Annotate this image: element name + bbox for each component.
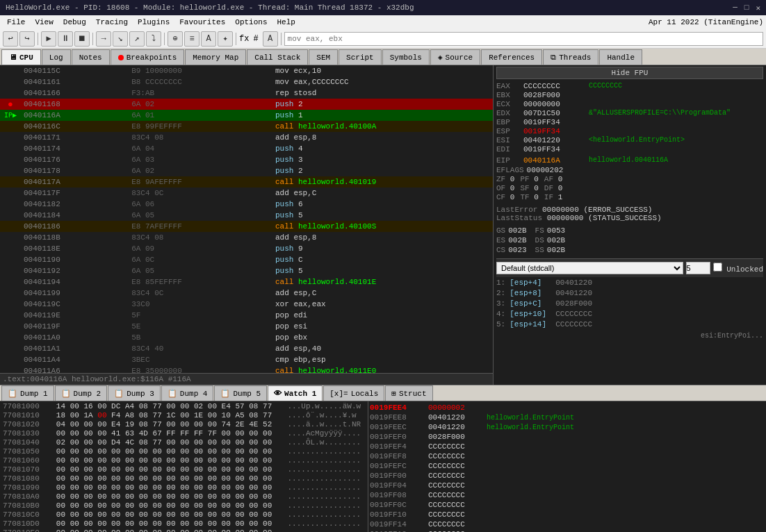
stdcall-args-input[interactable] — [686, 262, 710, 274]
table-row[interactable]: 7708109000 00 00 00 00 00 00 00 00 00 00… — [0, 483, 368, 492]
reg-value-ecx[interactable]: 00000000 — [523, 100, 586, 108]
table-row[interactable]: 0040116CE8 99FEFFFFcall helloworld.40100… — [0, 121, 493, 132]
tab-dump1[interactable]: 📋 Dump 1 — [1, 385, 54, 401]
tab-handle[interactable]: Handle — [599, 49, 642, 65]
menu-file[interactable]: File — [3, 17, 29, 27]
table-row[interactable]: 004011786A 02push 2 — [0, 165, 493, 176]
toolbar-step-out[interactable]: ↗ — [129, 31, 145, 47]
menu-tracing[interactable]: Tracing — [92, 17, 132, 27]
toolbar-redo[interactable]: ↪ — [19, 31, 35, 47]
table-row[interactable]: 770810D000 00 00 00 00 00 00 00 00 00 00… — [0, 519, 368, 528]
tab-source[interactable]: ◈ Source — [430, 49, 480, 65]
table-row[interactable]: 00401161B8 CCCCCCCCmov eax,CCCCCCCC — [0, 76, 493, 88]
toolbar-pause[interactable]: ⏸ — [58, 31, 73, 47]
maximize-button[interactable]: □ — [744, 3, 749, 13]
menu-debug[interactable]: Debug — [59, 17, 90, 27]
toolbar-restart[interactable]: ↩ — [3, 31, 18, 47]
tab-dump5[interactable]: 📋 Dump 5 — [214, 385, 267, 401]
tab-dump3[interactable]: 📋 Dump 3 — [108, 385, 161, 401]
table-row[interactable]: 004011746A 04push 4 — [0, 143, 493, 154]
tab-watch1[interactable]: 👁 Watch 1 — [268, 385, 323, 401]
table-row[interactable]: 004011766A 03push 3 — [0, 154, 493, 165]
toolbar-run-to-cursor[interactable]: ⤵ — [146, 31, 161, 47]
table-row[interactable]: 770810C000 00 00 00 00 00 00 00 00 00 00… — [0, 510, 368, 519]
dump-scroll[interactable]: 7708100014 00 16 00 DC A4 08 77 00 00 02… — [0, 401, 368, 532]
table-row[interactable]: 7708100014 00 16 00 DC A4 08 77 00 00 02… — [0, 401, 368, 410]
table-row[interactable]: 7708101018 00 1A 00 F4 A8 08 77 1C 00 1E… — [0, 410, 368, 419]
table-row[interactable]: 004011846A 05push 5 — [0, 210, 493, 221]
table-row[interactable]: 7708108000 00 00 00 00 00 00 00 00 00 00… — [0, 474, 368, 483]
table-row[interactable]: ●004011686A 02push 2 — [0, 99, 493, 110]
tab-references[interactable]: References — [481, 49, 542, 65]
tab-call-stack[interactable]: Call Stack — [247, 49, 308, 65]
table-row[interactable]: 0040119E5Fpop edi — [0, 310, 493, 321]
table-row[interactable]: 0040119C33C0xor eax,eax — [0, 299, 493, 310]
reg-value-ebx[interactable]: 0028F000 — [523, 91, 586, 99]
table-row[interactable]: 7708104002 00 00 00 D4 4C 08 77 00 00 00… — [0, 438, 368, 447]
reg-value-edi[interactable]: 0019FF34 — [523, 145, 586, 153]
tab-memory-map[interactable]: Memory Map — [185, 49, 246, 65]
table-row[interactable]: 00401166F3:ABrep stosd — [0, 88, 493, 99]
table-row[interactable]: 7708107000 00 00 00 00 00 00 00 00 00 00… — [0, 465, 368, 474]
reg-value-edx[interactable]: 007D1C50 — [523, 109, 586, 117]
table-row[interactable]: 770810A000 00 00 00 00 00 00 00 00 00 00… — [0, 492, 368, 501]
table-row[interactable]: 0040119F5Epop esi — [0, 321, 493, 332]
table-row[interactable]: 0040119983C4 0Cadd esp,C — [0, 288, 493, 299]
reg-value-eax[interactable]: CCCCCCCC — [523, 82, 586, 90]
unlocked-checkbox[interactable] — [713, 263, 722, 272]
table-row[interactable]: 004011926A 05push 5 — [0, 265, 493, 276]
table-row[interactable]: 004011A183C4 40add esp,40 — [0, 343, 493, 354]
tab-threads[interactable]: ⧉ Threads — [543, 49, 598, 65]
table-row[interactable]: 004011906A 0Cpush C — [0, 254, 493, 265]
menu-options[interactable]: Options — [231, 17, 271, 27]
tab-cpu[interactable]: 🖥 CPU — [1, 49, 41, 65]
tab-notes[interactable]: Notes — [72, 49, 110, 65]
toolbar-search[interactable]: A — [263, 31, 278, 47]
minimize-button[interactable]: ─ — [733, 3, 738, 13]
toolbar-step-over[interactable]: ↘ — [113, 31, 128, 47]
table-row[interactable]: 0040117183C4 08add esp,8 — [0, 132, 493, 143]
tab-dump4[interactable]: 📋 Dump 4 — [161, 385, 214, 401]
stack-memory-panel[interactable]: 0019FEE4000000020019FEE800401220hellowor… — [368, 401, 766, 532]
toolbar-step-into[interactable]: → — [96, 31, 111, 47]
table-row[interactable]: 00401186E8 7AFEFFFFcall helloworld.40100… — [0, 221, 493, 232]
tab-symbols[interactable]: Symbols — [382, 49, 430, 65]
table-row[interactable]: 004011A05Bpop ebx — [0, 332, 493, 343]
menu-favourites[interactable]: Favourites — [175, 17, 229, 27]
table-row[interactable]: 7708106000 00 00 00 00 00 00 00 00 00 00… — [0, 456, 368, 465]
table-row[interactable]: 00401194E8 85FEFFFFcall helloworld.40101… — [0, 276, 493, 288]
tab-breakpoints[interactable]: Breakpoints — [111, 49, 185, 65]
toolbar-add-bp[interactable]: ⊕ — [168, 31, 183, 47]
calling-convention-dropdown[interactable]: Default (stdcall) — [496, 262, 683, 274]
tab-dump2[interactable]: 📋 Dump 2 — [55, 385, 108, 401]
table-row[interactable]: 770810E000 00 00 00 00 00 00 00 00 00 00… — [0, 528, 368, 532]
table-row[interactable]: 0040118E6A 09push 9 — [0, 243, 493, 254]
table-row[interactable]: IP▶0040116A6A 01push 1 — [0, 110, 493, 121]
tab-sem[interactable]: SEM — [309, 49, 338, 65]
toolbar-stop[interactable]: ⏹ — [74, 31, 90, 47]
menu-view[interactable]: View — [31, 17, 57, 27]
menu-plugins[interactable]: Plugins — [133, 17, 174, 27]
close-button[interactable]: ✕ — [756, 3, 760, 13]
table-row[interactable]: 004011A6E8 35000000call helloworld.4011E… — [0, 365, 493, 373]
disasm-scroll-area[interactable]: 0040115CB9 10000000mov ecx,1000401161B8 … — [0, 65, 493, 373]
table-row[interactable]: 7708105000 00 00 00 00 00 00 00 00 00 00… — [0, 447, 368, 456]
table-row[interactable]: 004011826A 06push 6 — [0, 199, 493, 210]
toolbar-expression-input[interactable] — [284, 32, 763, 46]
table-row[interactable]: 0040117F83C4 0Cadd esp,C — [0, 188, 493, 199]
menu-help[interactable]: Help — [273, 17, 300, 27]
tab-locals[interactable]: [x]= Locals — [323, 385, 384, 401]
table-row[interactable]: 0040115CB9 10000000mov ecx,10 — [0, 65, 493, 76]
tab-script[interactable]: Script — [339, 49, 382, 65]
tab-log[interactable]: Log — [42, 49, 71, 65]
toolbar-run[interactable]: ▶ — [41, 31, 56, 47]
tab-struct[interactable]: ⊞ Struct — [385, 385, 432, 401]
toolbar-plugins[interactable]: ✦ — [218, 31, 233, 47]
toolbar-font[interactable]: A — [201, 31, 216, 47]
toolbar-options[interactable]: ≡ — [184, 31, 199, 47]
table-row[interactable]: 7708103000 00 00 00 41 63 4D 67 FF FF FF… — [0, 429, 368, 438]
reg-value-esi[interactable]: 00401220 — [523, 136, 586, 144]
table-row[interactable]: 0040117AE8 9AFEFFFFcall helloworld.40101… — [0, 176, 493, 188]
reg-value-esp[interactable]: 0019FF34 — [523, 127, 586, 135]
table-row[interactable]: 7708102004 00 00 00 E4 19 08 77 00 00 00… — [0, 419, 368, 429]
